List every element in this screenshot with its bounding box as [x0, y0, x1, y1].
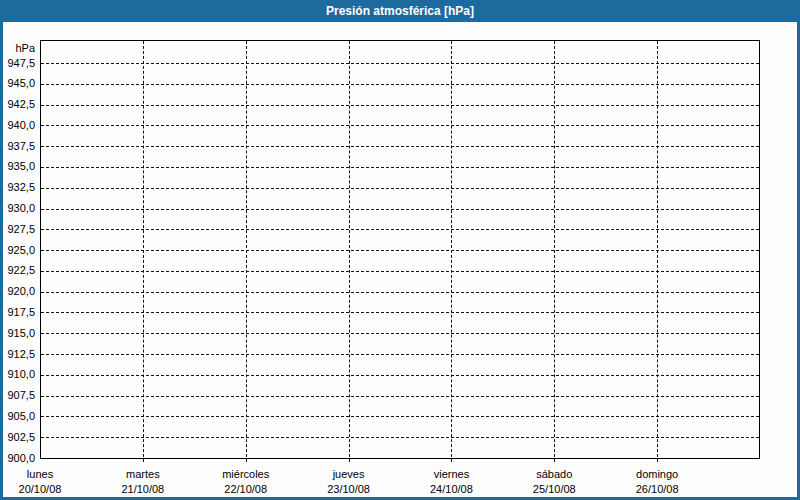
y-tick-label: 947,5: [0, 57, 35, 70]
x-tick-date-label: 26/10/08: [606, 483, 708, 496]
x-tick-day-label: viernes: [400, 468, 502, 481]
x-tick-date-label: 25/10/08: [503, 483, 605, 496]
y-tick-label: 930,0: [0, 202, 35, 215]
y-tick-label: 937,5: [0, 140, 35, 153]
x-tick-date-label: 24/10/08: [400, 483, 502, 496]
chart-title: Presión atmosférica [hPa]: [326, 4, 474, 18]
y-tick-label: 925,0: [0, 244, 35, 257]
y-tick-label: 915,0: [0, 327, 35, 340]
y-tick-label: 940,0: [0, 119, 35, 132]
y-tick-label: 902,5: [0, 431, 35, 444]
x-tick-day-label: domingo: [606, 468, 708, 481]
y-tick-label: 935,0: [0, 160, 35, 173]
y-tick-label: 912,5: [0, 348, 35, 361]
y-tick-label: 932,5: [0, 181, 35, 194]
x-tick-day-label: jueves: [298, 468, 400, 481]
pressure-chart-window: Presión atmosférica [hPa] hPa 947,5945,0…: [0, 0, 800, 500]
x-tick-date-label: 21/10/08: [92, 483, 194, 496]
x-tick-date-label: 20/10/08: [0, 483, 91, 496]
y-tick-label: 922,5: [0, 264, 35, 277]
y-tick-label: 927,5: [0, 223, 35, 236]
y-tick-label: 920,0: [0, 285, 35, 298]
x-tick-date-label: 23/10/08: [298, 483, 400, 496]
y-tick-label: 910,0: [0, 368, 35, 381]
y-tick-label: 942,5: [0, 98, 35, 111]
x-tick-date-label: 22/10/08: [195, 483, 297, 496]
x-tick-day-label: lunes: [0, 468, 91, 481]
y-tick-label: 945,0: [0, 77, 35, 90]
y-tick-label: 905,0: [0, 410, 35, 423]
y-tick-label: 900,0: [0, 452, 35, 465]
x-tick-day-label: sábado: [503, 468, 605, 481]
x-tick-day-label: miércoles: [195, 468, 297, 481]
y-axis-unit-label: hPa: [0, 42, 35, 54]
y-tick-label: 907,5: [0, 389, 35, 402]
x-tick-day-label: martes: [92, 468, 194, 481]
y-tick-label: 917,5: [0, 306, 35, 319]
chart-title-bar: Presión atmosférica [hPa]: [0, 0, 800, 22]
plot-area: [40, 40, 760, 459]
